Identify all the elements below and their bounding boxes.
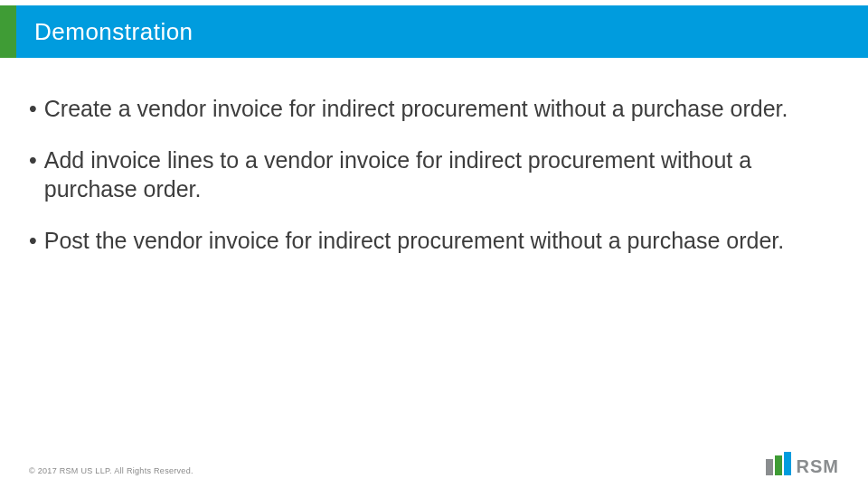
logo-bar-blue — [784, 452, 791, 475]
logo-bar-grey — [766, 459, 773, 475]
bullet-icon: • — [29, 226, 37, 256]
slide-body: • Create a vendor invoice for indirect p… — [0, 58, 868, 255]
slide-header: Demonstration — [0, 5, 868, 58]
slide: Demonstration • Create a vendor invoice … — [0, 5, 868, 488]
bullet-icon: • — [29, 145, 37, 175]
list-item: • Create a vendor invoice for indirect p… — [29, 94, 839, 124]
slide-title: Demonstration — [34, 18, 193, 46]
bullet-text: Add invoice lines to a vendor invoice fo… — [44, 145, 839, 204]
header-accent-bar — [0, 5, 16, 58]
copyright-text: © 2017 RSM US LLP. All Rights Reserved. — [29, 466, 193, 475]
brand-logo: RSM — [766, 452, 839, 475]
slide-footer: © 2017 RSM US LLP. All Rights Reserved. … — [29, 452, 839, 475]
bullet-icon: • — [29, 94, 37, 124]
logo-bars-icon — [766, 452, 791, 475]
logo-bar-green — [775, 455, 782, 475]
logo-text: RSM — [797, 457, 839, 475]
bullet-text: Create a vendor invoice for indirect pro… — [44, 94, 839, 124]
list-item: • Post the vendor invoice for indirect p… — [29, 226, 839, 256]
header-titlebar: Demonstration — [16, 5, 868, 58]
bullet-text: Post the vendor invoice for indirect pro… — [44, 226, 839, 256]
list-item: • Add invoice lines to a vendor invoice … — [29, 145, 839, 204]
